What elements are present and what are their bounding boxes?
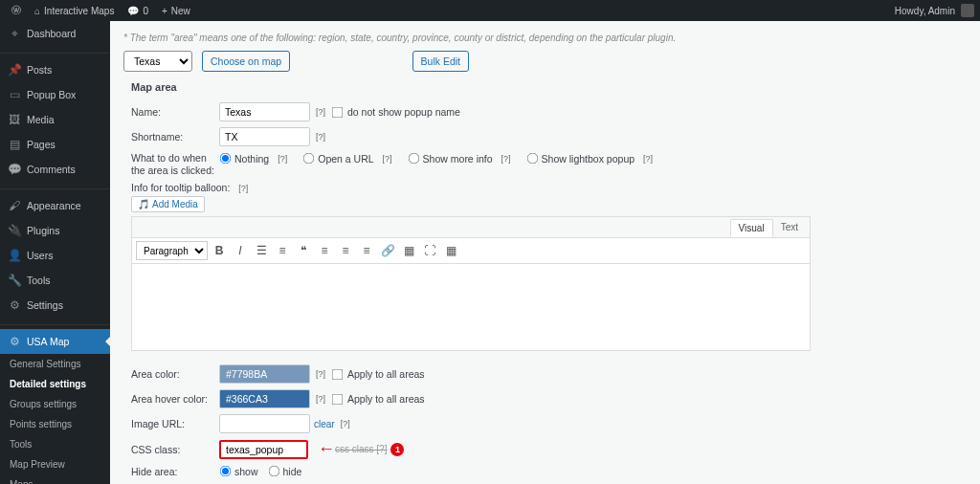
clear-link[interactable]: clear bbox=[314, 419, 335, 429]
sub-groups[interactable]: Groups settings bbox=[0, 394, 110, 414]
more-button[interactable]: ▦ bbox=[399, 241, 418, 260]
name-label: Name: bbox=[123, 106, 219, 118]
click-action-label: What to do when the area is clicked: bbox=[123, 152, 219, 176]
user-icon: 👤 bbox=[8, 249, 21, 262]
css-class-input[interactable] bbox=[219, 440, 308, 459]
content-editor: Visual Text Paragraph B I ☰ ≡ ❝ ≡ ≡ ≡ 🔗 … bbox=[131, 216, 811, 351]
home-icon: ⌂ bbox=[34, 6, 40, 16]
image-url-input[interactable] bbox=[219, 414, 310, 433]
italic-button[interactable]: I bbox=[231, 241, 250, 260]
map-area-title: Map area bbox=[131, 81, 967, 93]
align-center-button[interactable]: ≡ bbox=[336, 241, 355, 260]
image-url-label: Image URL: bbox=[123, 418, 219, 429]
menu-tools[interactable]: 🔧Tools bbox=[0, 268, 110, 293]
area-select[interactable]: Texas bbox=[123, 51, 192, 72]
css-class-label: CSS class: bbox=[123, 444, 219, 455]
avatar[interactable] bbox=[961, 4, 974, 17]
choose-on-map-button[interactable]: Choose on map bbox=[202, 51, 290, 72]
new-link[interactable]: +New bbox=[156, 0, 196, 21]
red-arrow-icon: ← bbox=[318, 439, 335, 459]
menu-plugins[interactable]: 🔌Plugins bbox=[0, 218, 110, 243]
area-color-label: Area color: bbox=[123, 368, 219, 380]
comment-icon: 💬 bbox=[8, 163, 21, 176]
menu-appearance[interactable]: 🖌Appearance bbox=[0, 193, 110, 218]
tab-text[interactable]: Text bbox=[773, 219, 806, 237]
gear-icon: ⚙ bbox=[8, 335, 21, 348]
brush-icon: 🖌 bbox=[8, 199, 21, 212]
radio-nothing[interactable] bbox=[220, 153, 232, 165]
menu-usamap[interactable]: ⚙USA Map bbox=[0, 329, 110, 354]
format-select[interactable]: Paragraph bbox=[136, 241, 208, 260]
dont-show-checkbox[interactable] bbox=[332, 106, 344, 118]
editor-body[interactable] bbox=[132, 264, 810, 350]
main-content: * The term "area" means one of the follo… bbox=[110, 21, 980, 484]
wrench-icon: 🔧 bbox=[8, 274, 21, 287]
css-help-striked: css class [?] bbox=[335, 444, 387, 454]
quote-button[interactable]: ❝ bbox=[294, 241, 313, 260]
name-help[interactable]: [?] bbox=[316, 107, 325, 117]
sub-general[interactable]: General Settings bbox=[0, 354, 110, 374]
bold-button[interactable]: B bbox=[210, 241, 229, 260]
toolbar-toggle-button[interactable]: ▦ bbox=[441, 241, 460, 260]
dashboard-icon: ⌖ bbox=[8, 27, 21, 40]
pin-icon: 📌 bbox=[8, 63, 21, 77]
menu-comments[interactable]: 💬Comments bbox=[0, 157, 110, 182]
menu-pages[interactable]: ▤Pages bbox=[0, 132, 110, 157]
click-action-radios: Nothing[?] Open a URL[?] Show more info[… bbox=[219, 152, 658, 165]
editor-toolbar: Paragraph B I ☰ ≡ ❝ ≡ ≡ ≡ 🔗 ▦ ⛶ ▦ bbox=[132, 238, 810, 264]
apply-all-hover-checkbox[interactable] bbox=[332, 393, 344, 405]
menu-popup[interactable]: ▭Popup Box bbox=[0, 82, 110, 107]
tooltip-info-label: Info for tooltip balloon: bbox=[131, 182, 230, 193]
hover-color-input[interactable] bbox=[219, 389, 310, 408]
plus-icon: + bbox=[162, 6, 167, 16]
annotation-1: 1 bbox=[390, 443, 404, 456]
area-note: * The term "area" means one of the follo… bbox=[123, 33, 967, 43]
radio-more-info[interactable] bbox=[408, 153, 419, 165]
ul-button[interactable]: ☰ bbox=[252, 241, 271, 260]
fullscreen-button[interactable]: ⛶ bbox=[420, 241, 439, 260]
comment-icon: 💬 bbox=[127, 6, 139, 16]
sub-maps[interactable]: Maps bbox=[0, 474, 110, 484]
admin-sidebar: ⌖Dashboard 📌Posts ▭Popup Box 🖼Media ▤Pag… bbox=[0, 21, 110, 484]
admin-toolbar: ⓦ ⌂Interactive Maps 💬0 +New Howdy, Admin bbox=[0, 0, 980, 21]
menu-users[interactable]: 👤Users bbox=[0, 243, 110, 268]
media-icon: 🖼 bbox=[8, 113, 21, 126]
shortname-input[interactable] bbox=[219, 127, 310, 146]
bulk-edit-button[interactable]: Bulk Edit bbox=[412, 51, 469, 72]
apply-all-color-checkbox[interactable] bbox=[332, 368, 344, 380]
sub-tools[interactable]: Tools bbox=[0, 434, 110, 454]
radio-show[interactable] bbox=[220, 466, 232, 477]
wordpress-icon: ⓦ bbox=[11, 4, 21, 17]
wp-logo[interactable]: ⓦ bbox=[6, 0, 27, 21]
sub-points[interactable]: Points settings bbox=[0, 414, 110, 434]
media-icon: 🎵 bbox=[138, 199, 149, 209]
menu-posts[interactable]: 📌Posts bbox=[0, 57, 110, 82]
popup-icon: ▭ bbox=[8, 88, 21, 101]
site-link[interactable]: ⌂Interactive Maps bbox=[29, 0, 120, 21]
add-media-button[interactable]: 🎵Add Media bbox=[131, 196, 205, 212]
menu-settings[interactable]: ⚙Settings bbox=[0, 293, 110, 318]
menu-media[interactable]: 🖼Media bbox=[0, 107, 110, 132]
comments-link[interactable]: 💬0 bbox=[122, 0, 154, 21]
hide-area-label: Hide area: bbox=[123, 466, 219, 477]
plug-icon: 🔌 bbox=[8, 224, 21, 237]
name-input[interactable] bbox=[219, 102, 310, 121]
hover-color-label: Area hover color: bbox=[123, 393, 219, 405]
area-color-input[interactable] bbox=[219, 364, 310, 384]
page-icon: ▤ bbox=[8, 138, 21, 151]
shortname-help[interactable]: [?] bbox=[316, 132, 325, 142]
radio-lightbox[interactable] bbox=[526, 153, 538, 165]
howdy-text[interactable]: Howdy, Admin bbox=[895, 6, 955, 16]
radio-open-url[interactable] bbox=[303, 153, 315, 165]
align-right-button[interactable]: ≡ bbox=[357, 241, 376, 260]
shortname-label: Shortname: bbox=[123, 131, 219, 143]
menu-dashboard[interactable]: ⌖Dashboard bbox=[0, 21, 110, 46]
align-left-button[interactable]: ≡ bbox=[315, 241, 334, 260]
tab-visual[interactable]: Visual bbox=[730, 219, 773, 237]
slider-icon: ⚙ bbox=[8, 298, 21, 312]
sub-detailed[interactable]: Detailed settings bbox=[0, 374, 110, 394]
link-button[interactable]: 🔗 bbox=[378, 241, 397, 260]
sub-preview[interactable]: Map Preview bbox=[0, 454, 110, 474]
radio-hide[interactable] bbox=[268, 466, 279, 477]
ol-button[interactable]: ≡ bbox=[273, 241, 292, 260]
